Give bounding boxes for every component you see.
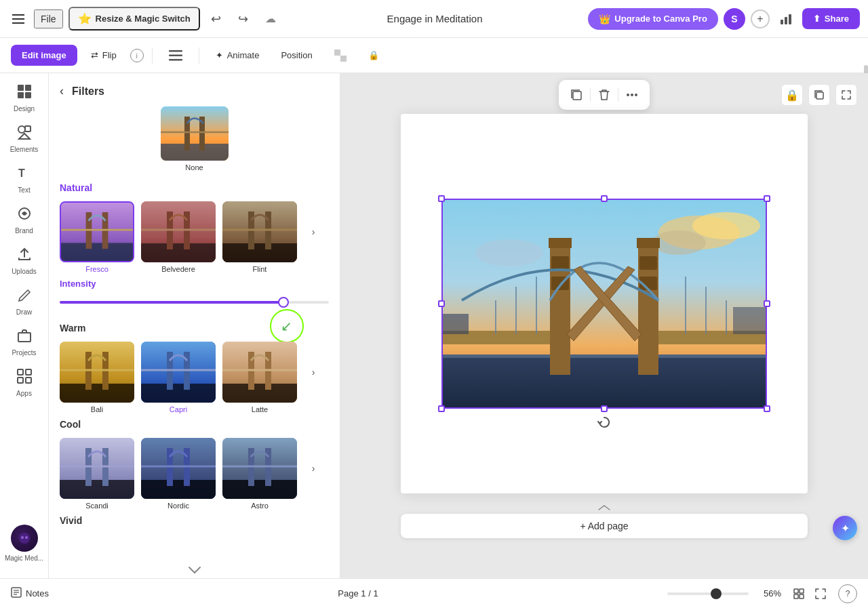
edit-image-button[interactable]: Edit image — [11, 45, 77, 66]
resize-handle-bl[interactable] — [438, 405, 445, 412]
svg-rect-92 — [637, 238, 660, 248]
natural-filter-next[interactable]: › — [304, 201, 323, 262]
magic-circle-button[interactable]: ✦ — [833, 516, 857, 540]
filter-scandi[interactable]: Scandi — [60, 438, 134, 510]
redo-button[interactable]: ↪ — [233, 8, 254, 30]
sidebar-item-uploads[interactable]: Uploads — [0, 241, 48, 281]
info-button[interactable]: i — [130, 49, 144, 62]
analytics-button[interactable] — [775, 8, 797, 30]
hamburger-menu[interactable] — [8, 10, 28, 28]
svg-rect-7 — [340, 56, 347, 62]
design-label: Design — [14, 105, 35, 113]
lock-canvas-button[interactable]: 🔒 — [781, 84, 803, 106]
filter-none-item[interactable]: None — [60, 106, 329, 171]
filter-fresco-label: Fresco — [85, 265, 108, 273]
svg-rect-15 — [25, 126, 31, 131]
add-collaborator-button[interactable]: + — [751, 9, 770, 28]
resize-handle-ml[interactable] — [438, 300, 445, 307]
filter-latte[interactable]: Latte — [222, 342, 297, 413]
filter-belvedere[interactable]: Belvedere — [141, 201, 216, 273]
sidebar-item-projects[interactable]: Projects — [0, 323, 48, 362]
share-button[interactable]: ⬆ Share — [802, 8, 860, 29]
lines-button[interactable] — [161, 46, 191, 65]
sidebar-item-magic-med[interactable]: Magic Med... — [2, 519, 46, 567]
svg-rect-68 — [141, 480, 216, 499]
topbar: File ⭐ Resize & Magic Switch ↩ ↪ ☁ 👑 Upg… — [0, 0, 868, 38]
zoom-slider[interactable] — [667, 592, 749, 595]
save-cloud-button[interactable]: ☁ — [260, 8, 281, 30]
ft-divider-1 — [590, 88, 591, 102]
projects-icon — [17, 328, 32, 346]
resize-handle-br[interactable] — [764, 405, 770, 412]
svg-rect-112 — [800, 589, 804, 593]
ft-delete-button[interactable] — [593, 84, 615, 106]
filter-bali[interactable]: Bali — [60, 342, 134, 413]
scroll-down-button[interactable] — [49, 562, 340, 578]
intensity-thumb[interactable] — [278, 297, 289, 308]
svg-rect-88 — [441, 354, 767, 358]
sidebar-item-brand[interactable]: Brand — [0, 201, 48, 240]
selected-image[interactable] — [441, 199, 767, 409]
expand-canvas-button[interactable] — [835, 84, 857, 106]
bottombar: Notes Page 1 / 1 56% ? — [0, 578, 868, 608]
intensity-slider[interactable]: ↙ — [60, 296, 329, 309]
apps-label: Apps — [16, 390, 32, 397]
flip-label: Flip — [102, 50, 117, 60]
file-menu[interactable]: File — [34, 9, 63, 28]
filters-scroll[interactable]: None Natural — [49, 106, 340, 562]
back-button[interactable]: ‹ — [60, 84, 64, 98]
user-avatar[interactable]: S — [724, 8, 745, 30]
transparency-button[interactable] — [326, 45, 355, 66]
help-button[interactable]: ? — [838, 584, 857, 603]
notes-button[interactable]: Notes — [11, 587, 49, 600]
filter-capri[interactable]: Capri — [141, 342, 216, 413]
sidebar-item-draw[interactable]: Draw — [0, 282, 48, 321]
sidebar-item-elements[interactable]: Elements — [0, 119, 48, 159]
undo-button[interactable]: ↩ — [205, 8, 227, 30]
zoom-thumb[interactable] — [711, 588, 722, 599]
resize-handle-tl[interactable] — [438, 195, 445, 202]
share-icon: ⬆ — [813, 14, 821, 24]
grid-view-button[interactable] — [789, 584, 808, 603]
fullscreen-button[interactable] — [811, 584, 830, 603]
flip-button[interactable]: ⇄ Flip — [83, 46, 125, 64]
ft-more-button[interactable] — [621, 84, 643, 106]
sidebar-item-text[interactable]: T Text — [0, 160, 48, 199]
resize-magic-button[interactable]: ⭐ Resize & Magic Switch — [68, 7, 200, 31]
filter-flint[interactable]: Flint — [222, 201, 297, 273]
cool-filter-next[interactable]: › — [304, 438, 323, 499]
canvas-page — [401, 114, 808, 493]
ft-copy-button[interactable] — [566, 84, 587, 106]
svg-rect-23 — [26, 378, 31, 383]
filter-nordic[interactable]: Nordic — [141, 438, 216, 510]
svg-rect-4 — [169, 54, 182, 56]
svg-rect-111 — [794, 589, 798, 593]
position-label: Position — [281, 50, 312, 60]
uploads-icon — [17, 247, 32, 265]
vivid-title: Vivid — [60, 515, 329, 526]
resize-handle-mr[interactable] — [764, 300, 770, 307]
lock-button[interactable]: 🔒 — [360, 46, 387, 64]
resize-handle-tr[interactable] — [764, 195, 770, 202]
sidebar-item-design[interactable]: Design — [0, 79, 48, 118]
upgrade-button[interactable]: 👑 Upgrade to Canva Pro — [588, 8, 718, 30]
add-page-button[interactable]: + Add page — [401, 514, 808, 538]
svg-rect-28 — [161, 144, 229, 161]
sidebar-item-apps[interactable]: Apps — [0, 363, 48, 403]
resize-handle-tm[interactable] — [601, 195, 608, 202]
position-button[interactable]: Position — [273, 46, 320, 64]
resize-handle-bm[interactable] — [601, 405, 608, 412]
svg-rect-8 — [334, 56, 340, 62]
notes-icon — [11, 587, 22, 600]
filter-fresco[interactable]: Fresco — [60, 201, 134, 273]
copy-canvas-button[interactable] — [808, 84, 830, 106]
show-pages-bar[interactable] — [401, 504, 808, 511]
warm-filter-next[interactable]: › — [304, 342, 323, 403]
topbar-left: File ⭐ Resize & Magic Switch ↩ ↪ ☁ — [8, 7, 281, 31]
animate-button[interactable]: ✦ Animate — [208, 46, 268, 64]
document-title-input[interactable] — [333, 10, 536, 27]
warm-filter-grid: Bali — [60, 342, 329, 413]
filter-astro[interactable]: Astro — [222, 438, 297, 510]
svg-rect-105 — [441, 314, 469, 334]
rotate-handle[interactable] — [597, 416, 611, 429]
